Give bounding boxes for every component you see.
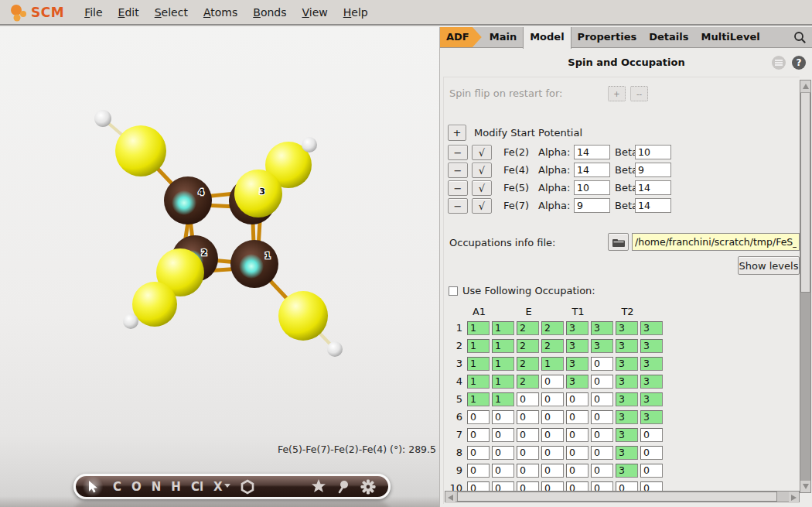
occupation-cell[interactable]: 0 — [541, 428, 564, 442]
alpha-input[interactable] — [574, 198, 610, 213]
occupation-cell[interactable]: 0 — [640, 446, 663, 460]
element-button-n[interactable]: N — [152, 480, 162, 494]
occupation-cell[interactable]: 3 — [616, 357, 638, 371]
menu-help[interactable]: Help — [336, 2, 376, 23]
occupation-cell[interactable]: 3 — [616, 392, 638, 406]
occupation-cell[interactable]: 0 — [467, 428, 490, 442]
element-button-c[interactable]: C — [113, 480, 121, 494]
occupation-cell[interactable]: 0 — [541, 375, 564, 389]
beta-input[interactable] — [635, 180, 671, 195]
occupation-cell[interactable]: 3 — [616, 464, 638, 478]
occupation-cell[interactable]: 1 — [467, 357, 490, 371]
occupation-cell[interactable]: 0 — [517, 464, 539, 478]
beta-input[interactable] — [635, 145, 671, 159]
toggle-row-button[interactable]: √ — [472, 145, 492, 160]
scroll-left-button[interactable] — [445, 492, 455, 503]
occupation-cell[interactable]: 1 — [492, 375, 514, 389]
occupation-cell[interactable]: 0 — [492, 446, 514, 460]
occupation-cell[interactable]: 0 — [467, 446, 490, 460]
occupation-cell[interactable]: 0 — [591, 464, 613, 478]
help-icon[interactable]: ? — [792, 56, 806, 70]
remove-row-button[interactable]: − — [448, 145, 468, 160]
occupation-cell[interactable]: 3 — [566, 357, 589, 371]
remove-row-button[interactable]: − — [448, 163, 468, 178]
scroll-right-button[interactable] — [789, 492, 799, 503]
element-button-h[interactable]: H — [171, 480, 181, 494]
ring-tool-icon[interactable] — [240, 476, 255, 497]
molecule-3d-view[interactable]: 4 3 2 1 — [0, 27, 439, 461]
pin-icon[interactable] — [337, 476, 350, 497]
occupation-cell[interactable]: 3 — [616, 410, 638, 424]
occupation-cell[interactable]: 2 — [517, 339, 539, 353]
atom-h[interactable] — [123, 313, 138, 329]
occupation-cell[interactable]: 0 — [541, 464, 564, 478]
atom-s[interactable] — [278, 291, 328, 341]
scroll-up-button[interactable] — [800, 81, 810, 92]
occupation-cell[interactable]: 1 — [467, 392, 490, 406]
atom-s[interactable] — [132, 282, 177, 327]
occupation-cell[interactable]: 1 — [492, 357, 514, 371]
alpha-input[interactable] — [574, 180, 610, 195]
occupation-cell[interactable]: 1 — [467, 339, 490, 353]
occupation-cell[interactable]: 3 — [640, 410, 663, 424]
occupation-cell[interactable]: 0 — [591, 410, 613, 424]
occupation-cell[interactable]: 0 — [566, 464, 589, 478]
scm-logo[interactable]: SCM — [6, 2, 64, 22]
vertical-scrollbar[interactable] — [800, 80, 811, 493]
occupation-cell[interactable]: 1 — [492, 321, 514, 335]
occupation-cell[interactable]: 0 — [541, 446, 564, 460]
occupation-cell[interactable]: 2 — [517, 375, 539, 389]
occupation-cell[interactable]: 0 — [492, 428, 514, 442]
occupation-cell[interactable]: 0 — [467, 410, 490, 424]
occupation-cell[interactable]: 0 — [517, 392, 539, 406]
occupation-cell[interactable]: 0 — [591, 446, 613, 460]
occupation-cell[interactable]: 3 — [640, 375, 663, 389]
gear-icon[interactable] — [360, 476, 376, 497]
scroll-down-button[interactable] — [800, 481, 810, 492]
alpha-input[interactable] — [574, 145, 610, 159]
add-start-potential-button[interactable]: + — [448, 125, 466, 141]
occupation-cell[interactable]: 1 — [467, 321, 490, 335]
occupation-cell[interactable]: 0 — [492, 410, 514, 424]
occupation-cell[interactable]: 0 — [517, 428, 539, 442]
occupation-cell[interactable]: 1 — [467, 375, 490, 389]
occupation-cell[interactable]: 3 — [616, 446, 638, 460]
menu-view[interactable]: View — [295, 2, 336, 23]
occupation-cell[interactable]: 3 — [616, 375, 638, 389]
occupation-cell[interactable]: 1 — [492, 392, 514, 406]
occupation-cell[interactable]: 0 — [492, 464, 514, 478]
occupation-cell[interactable]: 0 — [591, 357, 613, 371]
occupation-cell[interactable]: 2 — [517, 357, 539, 371]
occupation-cell[interactable]: 3 — [616, 321, 638, 335]
atom-h[interactable] — [94, 110, 111, 127]
menu-select[interactable]: Select — [147, 2, 196, 23]
occupations-file-path-input[interactable] — [632, 233, 800, 251]
panel-menu-icon[interactable] — [772, 56, 786, 70]
occupation-cell[interactable]: 1 — [541, 357, 564, 371]
occupation-cell[interactable]: 0 — [541, 410, 564, 424]
tab-details[interactable]: Details — [643, 27, 694, 47]
occupation-cell[interactable]: 3 — [591, 321, 613, 335]
occupation-cell[interactable]: 2 — [541, 321, 564, 335]
molecule-viewer[interactable]: 4 3 2 1 Fe(5)-Fe(7)-Fe(2)-Fe(4) (°): 289… — [0, 27, 439, 507]
occupation-cell[interactable]: 0 — [517, 446, 539, 460]
occupation-cell[interactable]: 3 — [616, 428, 638, 442]
occupation-cell[interactable]: 3 — [640, 339, 663, 353]
atom-s[interactable] — [115, 125, 166, 176]
tab-main[interactable]: Main — [483, 27, 523, 47]
menu-atoms[interactable]: Atoms — [196, 2, 245, 23]
occupation-cell[interactable]: 2 — [541, 339, 564, 353]
atom-s[interactable] — [234, 170, 282, 218]
tab-adf[interactable]: ADF — [440, 27, 482, 47]
tab-properties[interactable]: Properties — [571, 27, 643, 47]
tab-model[interactable]: Model — [523, 27, 571, 49]
toggle-row-button[interactable]: √ — [472, 180, 492, 196]
menu-file[interactable]: File — [77, 2, 110, 23]
element-picker-button[interactable]: X — [213, 476, 230, 497]
occupation-cell[interactable]: 2 — [517, 321, 539, 335]
occupation-cell[interactable]: 0 — [517, 410, 539, 424]
occupation-cell[interactable]: 3 — [640, 392, 663, 406]
occupation-cell[interactable]: 3 — [616, 339, 638, 353]
atoms[interactable] — [94, 110, 343, 357]
tab-multilevel[interactable]: MultiLevel — [695, 27, 766, 47]
